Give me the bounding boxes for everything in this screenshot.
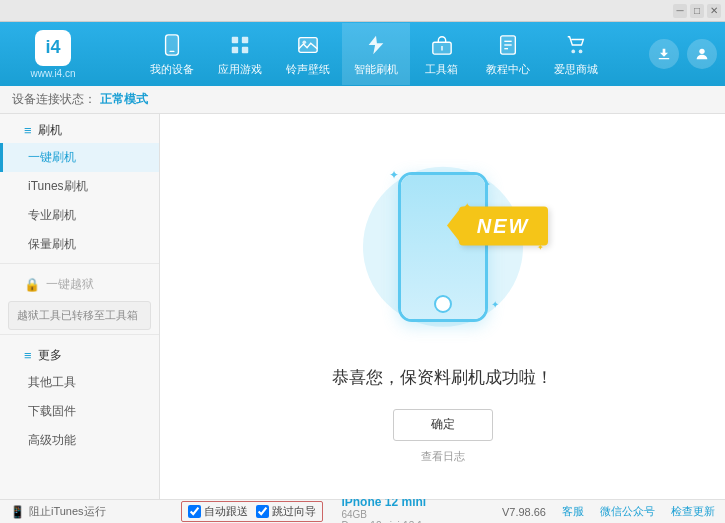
phone-nav-icon [158,31,186,59]
phone-home-button [434,295,452,313]
sparkle-1: ✦ [389,168,399,182]
nav-store[interactable]: 爱思商城 [542,23,610,85]
sparkle-3: ✦ [491,299,499,310]
store-nav-icon [562,31,590,59]
svg-rect-16 [659,58,670,59]
nav-toolbox-label: 工具箱 [425,62,458,77]
content-area: ≡ 刷机 一键刷机 iTunes刷机 专业刷机 保量刷机 🔒 一键越狱 越狱工具… [0,114,725,499]
phone-small-icon: 📱 [10,505,25,519]
nav-items: 我的设备 应用游戏 铃声壁纸 [98,23,649,85]
auto-follow-label: 自动跟送 [204,504,248,519]
main-content: ✦ ✦ ✦ NEW ✦ ✦ 恭喜您，保资料刷机成功啦！ 确定 查看日志 [160,114,725,499]
version-text: V7.98.66 [502,506,546,518]
sidebar-jailbreak-notice: 越狱工具已转移至工具箱 [8,301,151,330]
download-button[interactable] [649,39,679,69]
tutorial-nav-icon [494,31,522,59]
success-text: 恭喜您，保资料刷机成功啦！ [332,366,553,389]
nav-apps-label: 应用游戏 [218,62,262,77]
sidebar-more-title: 更多 [38,347,62,364]
user-button[interactable] [687,39,717,69]
lock-icon: 🔒 [24,277,40,292]
new-badge: NEW ✦ ✦ [459,206,548,245]
svg-rect-5 [241,47,247,53]
nav-right-buttons [649,39,717,69]
nav-tutorial[interactable]: 教程中心 [474,23,542,85]
apps-nav-icon [226,31,254,59]
device-storage: 64GB [341,509,426,520]
nav-smart-flash-label: 智能刷机 [354,62,398,77]
nav-smart-flash[interactable]: 智能刷机 [342,23,410,85]
nav-toolbox[interactable]: 工具箱 [410,23,474,85]
svg-point-14 [571,50,575,54]
skip-guide-checkbox[interactable]: 跳过向导 [256,504,316,519]
skip-guide-label: 跳过向导 [272,504,316,519]
device-model: Down-12mini-13.1 [341,520,426,524]
svg-rect-4 [231,47,237,53]
success-illustration: ✦ ✦ ✦ NEW ✦ ✦ [333,150,553,350]
phone-illustration [398,172,488,322]
sidebar-item-one-key-flash[interactable]: 一键刷机 [0,143,159,172]
sidebar-item-itunes-flash[interactable]: iTunes刷机 [0,172,159,201]
sidebar-more-section: ≡ 更多 [0,339,159,368]
logo-text: www.i4.cn [30,68,75,79]
ribbon-arrow [447,208,461,244]
footer-itunes: 📱 阻止iTunes运行 [10,504,106,519]
nav-apps[interactable]: 应用游戏 [206,23,274,85]
nav-my-device-label: 我的设备 [150,62,194,77]
nav-wallpaper-label: 铃声壁纸 [286,62,330,77]
restore-button[interactable]: □ [690,4,704,18]
flash-section-icon: ≡ [24,123,32,138]
update-link[interactable]: 检查更新 [671,504,715,519]
sidebar-item-other-tools[interactable]: 其他工具 [0,368,159,397]
svg-rect-3 [241,37,247,43]
svg-rect-2 [231,37,237,43]
service-link[interactable]: 客服 [562,504,584,519]
new-badge-text: NEW [459,206,548,245]
bottom-bar: 📱 阻止iTunes运行 自动跟送 跳过向导 iPhone 12 mini 64… [0,499,725,523]
sidebar-flash-title: 刷机 [38,122,62,139]
toolbox-nav-icon [428,31,456,59]
sidebar-item-save-flash[interactable]: 保量刷机 [0,230,159,259]
top-navigation: i4 www.i4.cn 我的设备 应用游戏 [0,22,725,86]
goto-daily-link[interactable]: 查看日志 [421,449,465,464]
confirm-button[interactable]: 确定 [393,409,493,441]
wallpaper-nav-icon [294,31,322,59]
status-bar: 设备连接状态： 正常模式 [0,86,725,114]
svg-point-17 [699,49,704,54]
sidebar-jailbreak-section: 🔒 一键越狱 [0,268,159,297]
sidebar-item-pro-flash[interactable]: 专业刷机 [0,201,159,230]
bottom-right: V7.98.66 客服 微信公众号 检查更新 [502,504,715,519]
nav-wallpaper[interactable]: 铃声壁纸 [274,23,342,85]
sidebar: ≡ 刷机 一键刷机 iTunes刷机 专业刷机 保量刷机 🔒 一键越狱 越狱工具… [0,114,160,499]
nav-tutorial-label: 教程中心 [486,62,530,77]
checkbox-group: 自动跟送 跳过向导 [181,501,323,522]
auto-follow-input[interactable] [188,505,201,518]
wechat-link[interactable]: 微信公众号 [600,504,655,519]
more-section-icon: ≡ [24,348,32,363]
badge-star-1: ✦ [463,200,471,211]
nav-store-label: 爱思商城 [554,62,598,77]
logo-area: i4 www.i4.cn [8,30,98,79]
svg-point-15 [578,50,582,54]
skip-guide-input[interactable] [256,505,269,518]
status-label: 设备连接状态： [12,91,96,108]
nav-my-device[interactable]: 我的设备 [138,23,206,85]
sidebar-jailbreak-title: 一键越狱 [46,276,94,293]
sidebar-flash-section: ≡ 刷机 [0,114,159,143]
sidebar-item-advanced[interactable]: 高级功能 [0,426,159,455]
sparkle-2: ✦ [484,180,491,189]
auto-follow-checkbox[interactable]: 自动跟送 [188,504,248,519]
badge-star-2: ✦ [537,242,544,251]
title-bar: ─ □ ✕ [0,0,725,22]
logo-icon: i4 [35,30,71,66]
itunes-stop-text[interactable]: 阻止iTunes运行 [29,504,106,519]
close-button[interactable]: ✕ [707,4,721,18]
minimize-button[interactable]: ─ [673,4,687,18]
sidebar-item-download-fw[interactable]: 下载固件 [0,397,159,426]
bottom-left: 📱 阻止iTunes运行 [10,504,106,519]
smart-flash-nav-icon [362,31,390,59]
status-value: 正常模式 [100,91,148,108]
